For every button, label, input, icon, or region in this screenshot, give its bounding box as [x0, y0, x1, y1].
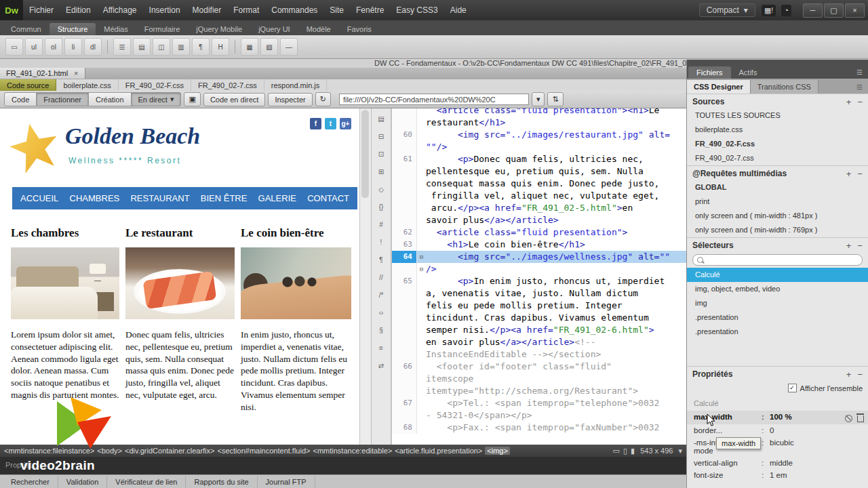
code-line[interactable]: ⊟/>: [392, 263, 686, 275]
insert-tab-mod-le[interactable]: Modèle: [298, 23, 339, 35]
remove-selector-icon[interactable]: −: [857, 241, 863, 250]
tag-selector-item[interactable]: <div.gridContainer.clearfix>: [125, 447, 214, 455]
code-line[interactable]: 67 <p>Tel.: <span itemprop="telephone">0…: [392, 397, 686, 409]
refresh-icon[interactable]: ↻: [315, 92, 331, 106]
tab-actifs[interactable]: Actifs: [731, 66, 766, 79]
code-line[interactable]: 62 <article class="fluid presentation">: [392, 226, 686, 239]
preview-icon[interactable]: ▣: [184, 92, 200, 106]
tab-fichiers[interactable]: Fichiers: [688, 66, 731, 79]
media-query-item[interactable]: GLOBAL: [687, 180, 868, 195]
article-icon[interactable]: ◫: [153, 38, 170, 56]
address-dropdown-icon[interactable]: ▾: [532, 92, 545, 106]
restore-button[interactable]: ▢: [824, 3, 844, 18]
insert-tab-favoris[interactable]: Favoris: [339, 23, 380, 35]
nav-item-bien-tre[interactable]: BIEN ÊTRE: [201, 193, 248, 203]
nav-item-chambres[interactable]: CHAMBRES: [70, 193, 120, 203]
source-item[interactable]: boilerplate.css: [687, 123, 868, 137]
close-tab-icon[interactable]: ×: [74, 69, 78, 77]
disable-property-icon[interactable]: [845, 415, 852, 422]
code-line[interactable]: 68 <p>Fax.: <span itemprop="faxNumber">0…: [392, 422, 686, 434]
horizontal-rule-icon[interactable]: —: [280, 38, 298, 56]
related-file-code-source[interactable]: Code source: [0, 79, 56, 91]
wrap-tag-icon[interactable]: ‹›: [375, 308, 387, 318]
insert-tab-formulaire[interactable]: Formulaire: [136, 23, 189, 35]
workspace-switcher[interactable]: Compact ▾: [699, 3, 755, 17]
insert-tab-jquery-ui[interactable]: jQuery UI: [250, 23, 298, 35]
code-line[interactable]: semper nisi.</p><a href="FR_491_02-6.htm…: [392, 324, 686, 336]
menu-insertion[interactable]: Insertion: [143, 0, 186, 20]
extension-manager-icon[interactable]: ▦!: [762, 5, 776, 16]
unordered-list-icon[interactable]: ul: [25, 38, 43, 56]
related-file-boilerplate-css[interactable]: boilerplate.css: [56, 79, 118, 91]
address-bar[interactable]: file:///O|/v2b-CC/Fondamentaux%20DW%20C: [339, 94, 529, 105]
menu-site[interactable]: Site: [323, 0, 350, 20]
select-parent-tag-icon[interactable]: ◇: [375, 184, 387, 195]
header-icon[interactable]: ☰: [113, 38, 131, 56]
code-line[interactable]: a, venenatis vitae, justo. Nullam dictum: [392, 287, 686, 300]
code-line[interactable]: <article class="fluid presentation"><h1>…: [392, 108, 686, 117]
menu-fichier[interactable]: Fichier: [23, 0, 60, 20]
remove-comment-icon[interactable]: /*: [375, 290, 387, 300]
code-line[interactable]: savoir plus</a></article>: [392, 214, 686, 226]
paragraph-icon[interactable]: ¶: [192, 38, 210, 56]
definition-list-icon[interactable]: dl: [84, 38, 102, 56]
phone-preview-icon[interactable]: ▮: [631, 447, 635, 455]
delete-property-icon[interactable]: [857, 415, 864, 422]
aside-icon[interactable]: ▥: [172, 38, 190, 56]
results-tab-validation[interactable]: Validation: [58, 476, 108, 487]
collapse-full-tag-icon[interactable]: ⊟: [375, 131, 387, 142]
remove-property-icon[interactable]: −: [857, 370, 863, 379]
css-property-row[interactable]: -ms-interpolation-mode:bicubic: [687, 436, 868, 457]
code-line[interactable]: 63 <h1>Le coin bien-être</h1>: [392, 239, 686, 251]
source-item[interactable]: FR_490_02-F.css: [687, 137, 868, 151]
menu-modifier[interactable]: Modifier: [186, 0, 228, 20]
tablet-preview-icon[interactable]: ▯: [623, 447, 627, 455]
selector-item[interactable]: .presentation: [687, 325, 868, 339]
open-documents-icon[interactable]: ▤: [375, 114, 387, 124]
code-line[interactable]: itemtype="http://schema.org/Restaurant">: [392, 385, 686, 397]
close-button[interactable]: ×: [845, 3, 865, 18]
googleplus-icon[interactable]: g+: [340, 118, 351, 129]
insert-tab-structure[interactable]: Structure: [50, 23, 96, 35]
code-line[interactable]: pellentesque eu, pretium quis, sem. Null…: [392, 165, 686, 178]
code-line[interactable]: 61 <p>Donec quam felis, ultricies nec,: [392, 153, 686, 165]
property-value[interactable]: 0: [770, 426, 864, 434]
tag-selector-item[interactable]: <mmtinstance:editable>: [313, 447, 392, 455]
code-navigator-icon[interactable]: §: [375, 325, 387, 336]
code-line[interactable]: en savoir plus</a></article><!--: [392, 336, 686, 348]
css-property-row[interactable]: font-size:1 em: [687, 469, 868, 481]
results-tab-v-rificateur-de-lien[interactable]: Vérificateur de lien: [107, 476, 186, 487]
code-line[interactable]: consequat massa quis enim. Donec pede ju…: [392, 178, 686, 190]
minimize-button[interactable]: ─: [803, 3, 823, 18]
panel-menu-icon[interactable]: ☰: [851, 83, 868, 94]
related-file-fr-490-02-7-css[interactable]: FR_490_02-7.css: [191, 79, 264, 91]
word-wrap-icon[interactable]: ¶: [375, 255, 387, 265]
remove-media-query-icon[interactable]: −: [857, 169, 863, 178]
tab-transitions-css[interactable]: Transitions CSS: [751, 80, 818, 94]
format-source-code-icon[interactable]: ≡: [375, 343, 387, 353]
menu-edition[interactable]: Edition: [60, 0, 97, 20]
dreamweaver-logo-icon[interactable]: Dw: [0, 0, 23, 20]
property-value[interactable]: bicubic: [770, 439, 864, 447]
tag-selector-item[interactable]: <section#maincontent.fluid>: [217, 447, 310, 455]
add-source-icon[interactable]: +: [846, 98, 852, 106]
selector-item[interactable]: img, object, embed, video: [687, 282, 868, 296]
code-line[interactable]: 66 <footer id="footer" class="fluid": [392, 361, 686, 373]
figure-icon[interactable]: ▦: [241, 38, 258, 56]
selector-item[interactable]: .presentation: [687, 310, 868, 325]
related-file-fr-490-02-f-css[interactable]: FR_490_02-F.css: [119, 79, 191, 91]
inspect-button[interactable]: Inspecter: [268, 93, 312, 106]
property-value[interactable]: 1 em: [770, 471, 864, 479]
add-selector-icon[interactable]: +: [846, 241, 852, 250]
code-line[interactable]: restaurant</h1>: [392, 117, 686, 129]
related-file-respond-min-js[interactable]: respond.min.js: [264, 79, 328, 91]
live-code-button[interactable]: Code en direct: [203, 93, 266, 106]
code-line[interactable]: fringilla vel, aliquet nec, vulputate eg…: [392, 190, 686, 202]
selector-item[interactable]: Calculé: [687, 268, 868, 282]
list-item-icon[interactable]: li: [64, 38, 82, 56]
media-query-item[interactable]: only screen and ( min-width : 481px ): [687, 209, 868, 223]
menu-easy-css3[interactable]: Easy CSS3: [390, 0, 443, 20]
panel-menu-icon[interactable]: ☰: [851, 68, 868, 79]
file-management-icon[interactable]: ⇅: [547, 92, 563, 106]
insert-tab-m-dias[interactable]: Médias: [96, 23, 136, 35]
